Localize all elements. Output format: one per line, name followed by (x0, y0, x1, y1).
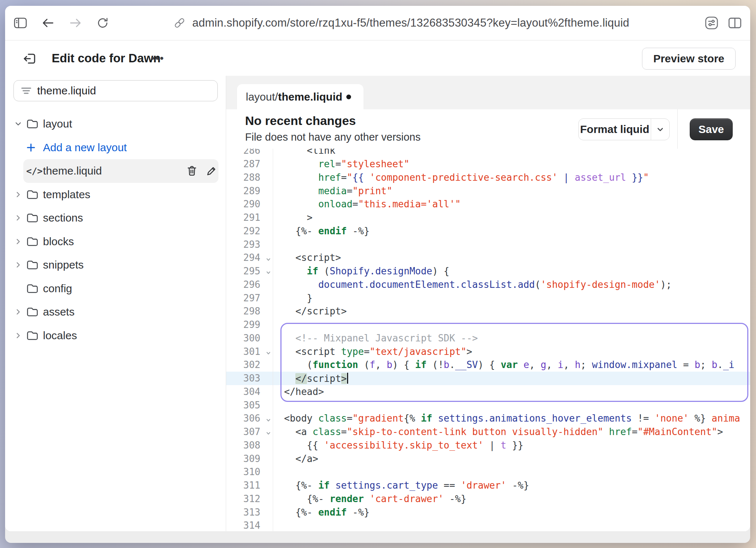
code-line-308[interactable]: 308{{ 'accessibility.skip_to_text' | t }… (226, 439, 750, 452)
split-view-button[interactable] (725, 6, 745, 40)
code-line-306[interactable]: 306<body class="gradient{% if settings.a… (226, 412, 750, 425)
line-number: 287 (226, 157, 273, 171)
sidebar-item-add-new-layout[interactable]: Add a new layout (5, 136, 226, 160)
plus-icon (26, 143, 36, 152)
exit-code-editor-button[interactable] (20, 49, 40, 68)
status-title: No recent changes (245, 114, 421, 128)
file-status-bar: No recent changes File does not have any… (226, 109, 750, 149)
back-button[interactable] (38, 6, 58, 40)
folder-icon (26, 119, 39, 129)
line-number: 310 (226, 465, 273, 479)
expand-toggle[interactable] (14, 261, 23, 269)
browser-toolbar: admin.shopify.com/store/rzq1xu-f5/themes… (5, 6, 750, 40)
code-line-293[interactable]: 293 (226, 238, 750, 251)
sidebar-item-locales[interactable]: locales (5, 324, 226, 348)
fold-toggle[interactable] (265, 427, 271, 438)
address-bar[interactable]: admin.shopify.com/store/rzq1xu-f5/themes… (173, 6, 629, 40)
format-liquid-label: Format liquid (579, 119, 651, 140)
fold-toggle[interactable] (265, 253, 271, 264)
chevron-right-icon (15, 332, 22, 339)
sidebar-item-theme-liquid[interactable]: </>theme.liquid (5, 159, 226, 183)
code-line-289[interactable]: 289media="print" (226, 184, 750, 197)
tab-theme-liquid[interactable]: layout/theme.liquid (237, 84, 363, 109)
sidebar-item-sections[interactable]: sections (5, 206, 226, 230)
expand-toggle[interactable] (14, 190, 23, 199)
format-liquid-button[interactable]: Format liquid (578, 118, 670, 140)
code-line-297[interactable]: 297} (226, 291, 750, 305)
code-line-292[interactable]: 292{%- endif -%} (226, 224, 750, 238)
code-line-303[interactable]: 303</script> (226, 372, 750, 385)
fold-toggle[interactable] (265, 266, 271, 277)
code-line-302[interactable]: 302(function (f, b) { if (!b.__SV) { var… (226, 358, 750, 372)
code-line-309[interactable]: 309</a> (226, 452, 750, 465)
desktop-background: admin.shopify.com/store/rzq1xu-f5/themes… (0, 0, 756, 548)
file-search-input[interactable]: theme.liquid (13, 80, 218, 101)
fold-toggle[interactable] (265, 347, 271, 358)
filter-icon (21, 87, 31, 95)
code-line-300[interactable]: 300<!-- Mixpanel Javascript SDK --> (226, 332, 750, 345)
expand-toggle[interactable] (14, 120, 23, 128)
format-options-toggle[interactable] (651, 119, 669, 140)
sidebar-item-label: blocks (43, 235, 74, 248)
preview-store-button[interactable]: Preview store (642, 48, 736, 70)
sidebar-item-layout[interactable]: layout (5, 112, 226, 136)
save-button[interactable]: Save (690, 118, 733, 140)
code-line-287[interactable]: 287rel="stylesheet" (226, 157, 750, 171)
code-line-295[interactable]: 295if (Shopify.designMode) { (226, 265, 750, 278)
code-line-310[interactable]: 310 (226, 465, 750, 479)
expand-toggle[interactable] (14, 237, 23, 246)
expand-toggle[interactable] (14, 331, 23, 340)
code-line-305[interactable]: 305 (226, 398, 750, 412)
line-number: 311 (226, 479, 273, 492)
code-line-304[interactable]: 304</head> (226, 385, 750, 399)
sidebar-item-blocks[interactable]: blocks (5, 230, 226, 254)
fold-chevron-icon (265, 257, 271, 262)
sidebar-item-config[interactable]: config (5, 277, 226, 301)
code-line-307[interactable]: 307<a class="skip-to-content-link button… (226, 425, 750, 439)
line-number: 306 (226, 412, 273, 425)
code-line-286[interactable]: 286<link (226, 149, 750, 157)
more-actions-button[interactable]: ••• (151, 40, 165, 76)
code-line-298[interactable]: 298</script> (226, 305, 750, 318)
expand-toggle[interactable] (14, 308, 23, 316)
chevron-right-icon (15, 261, 22, 269)
divider (677, 109, 678, 149)
trash-icon (186, 165, 197, 177)
code-line-301[interactable]: 301<script type="text/javascript"> (226, 345, 750, 358)
code-line-311[interactable]: 311{%- if settings.cart_type == 'drawer'… (226, 479, 750, 492)
edit-file-button[interactable] (204, 163, 220, 179)
forward-button[interactable] (65, 6, 86, 40)
code-lines: 286<link287rel="stylesheet"288href="{{ '… (226, 149, 750, 531)
folder-icon (26, 283, 39, 294)
sidebar-item-label: locales (43, 329, 77, 342)
delete-file-button[interactable] (184, 163, 200, 179)
sidebar-item-snippets[interactable]: snippets (5, 253, 226, 277)
line-number: 305 (226, 398, 273, 412)
code-line-291[interactable]: 291> (226, 211, 750, 224)
line-number: 312 (226, 492, 273, 506)
folder-icon (26, 260, 39, 270)
chevron-right-icon (15, 238, 22, 245)
reload-button[interactable] (92, 6, 113, 40)
fold-toggle[interactable] (265, 414, 271, 425)
code-line-294[interactable]: 294<script> (226, 251, 750, 265)
expand-toggle[interactable] (14, 214, 23, 222)
sidebar-item-assets[interactable]: assets (5, 300, 226, 324)
sidebar-item-label: Add a new layout (43, 141, 127, 154)
code-line-299[interactable]: 299 (226, 318, 750, 332)
code-line-288[interactable]: 288href="{{ 'component-predictive-search… (226, 171, 750, 184)
sidebar-item-templates[interactable]: templates (5, 183, 226, 207)
code-line-296[interactable]: 296document.documentElement.classList.ad… (226, 278, 750, 291)
code-line-312[interactable]: 312{%- render 'cart-drawer' -%} (226, 492, 750, 506)
code-area[interactable]: 286<link287rel="stylesheet"288href="{{ '… (226, 149, 750, 531)
code-editor-panel: layout/theme.liquid No recent changes Fi… (226, 76, 750, 531)
code-line-314[interactable]: 314 (226, 519, 750, 531)
line-number: 297 (226, 291, 273, 305)
page-settings-button[interactable] (701, 6, 722, 40)
code-line-313[interactable]: 313{%- endif -%} (226, 505, 750, 519)
code-file-icon: </> (26, 166, 43, 176)
split-view-icon (728, 17, 741, 28)
sidebar-toggle-button[interactable] (10, 6, 31, 40)
code-line-290[interactable]: 290onload="this.media='all'" (226, 197, 750, 211)
page-title: Edit code for Dawn (52, 40, 161, 76)
